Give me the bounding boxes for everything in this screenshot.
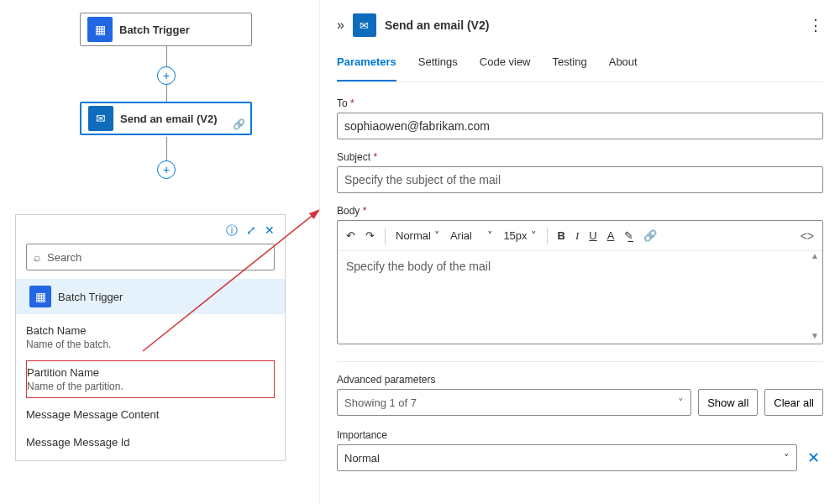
properties-panel: » ✉ Send an email (V2) ⋮ Parameters Sett… [319,0,840,504]
search-placeholder: Search [47,251,81,264]
body-editor: ↶ ↷ Normal ˅ Arial ˅ 15px ˅ B I U A ✎̲ 🔗… [337,220,823,344]
tab-settings[interactable]: Settings [418,55,458,81]
scroll-arrows: ▲▼ [811,251,819,340]
to-input[interactable] [337,113,823,139]
field-name: Message Message Content [26,408,275,421]
clear-all-button[interactable]: Clear all [764,389,823,416]
bold-icon[interactable]: B [558,229,565,242]
advanced-showing: Showing 1 of 7 [344,396,417,409]
popup-section-header: ▦ Batch Trigger [16,279,285,314]
subject-label: Subject * [337,151,823,163]
tabs: Parameters Settings Code view Testing Ab… [337,55,823,82]
field-partition-name[interactable]: Partition Name Name of the partition. [26,360,275,398]
redo-icon[interactable]: ↷ [365,229,375,242]
tab-about[interactable]: About [609,55,638,81]
section-title: Batch Trigger [58,291,123,303]
link-icon[interactable]: 🔗 [643,229,657,242]
more-icon[interactable]: ⋮ [808,16,823,34]
tab-parameters[interactable]: Parameters [337,55,396,81]
chevron-down-icon: ˅ [784,452,790,465]
advanced-label: Advanced parameters [337,374,823,386]
editor-toolbar: ↶ ↷ Normal ˅ Arial ˅ 15px ˅ B I U A ✎̲ 🔗… [338,221,822,251]
expand-icon[interactable]: ⤢ [246,223,256,239]
field-message-content[interactable]: Message Message Content [26,403,275,426]
node-send-email[interactable]: ✉ Send an email (V2) 🔗 [80,102,252,135]
field-desc: Name of the batch. [26,339,275,350]
dynamic-content-popup: ⓘ ⤢ ✕ ⌕ Search ▦ Batch Trigger Batch Nam… [15,214,286,461]
font-dropdown[interactable]: Arial ˅ [450,229,493,242]
panel-title: Send an email (V2) [385,18,489,32]
field-message-id[interactable]: Message Message Id [26,431,275,454]
batch-trigger-icon: ▦ [29,286,51,307]
close-icon[interactable]: ✕ [265,223,275,239]
size-dropdown[interactable]: 15px ˅ [503,229,536,242]
chevron-down-icon: ˅ [678,396,684,409]
body-label: Body * [337,205,823,217]
workflow-canvas: ▦ Batch Trigger + ✉ Send an email (V2) 🔗… [0,0,311,218]
remove-param-icon[interactable]: ✕ [804,449,823,467]
underline-icon[interactable]: U [589,229,596,242]
subject-input[interactable] [337,166,823,193]
style-dropdown[interactable]: Normal ˅ [396,229,440,242]
search-input[interactable]: ⌕ Search [26,244,275,270]
node-batch-trigger[interactable]: ▦ Batch Trigger [80,13,252,46]
importance-select[interactable]: Normal ˅ [337,444,797,471]
search-icon: ⌕ [34,250,40,264]
popup-actions: ⓘ ⤢ ✕ [26,223,275,239]
code-view-icon[interactable]: <> [801,229,814,243]
italic-icon[interactable]: I [575,229,579,243]
batch-trigger-icon: ▦ [87,17,113,42]
field-name: Message Message Id [26,436,275,449]
font-color-icon[interactable]: A [607,229,615,242]
show-all-button[interactable]: Show all [698,389,758,416]
divider [337,361,823,362]
highlight-icon[interactable]: ✎̲ [624,229,633,242]
tab-code-view[interactable]: Code view [480,55,531,81]
connector [166,85,167,102]
body-textarea[interactable]: Specify the body of the mail [338,251,822,344]
field-desc: Name of the partition. [27,381,274,392]
outlook-icon: ✉ [353,13,376,37]
tab-testing[interactable]: Testing [553,55,587,81]
node-label: Batch Trigger [119,24,190,36]
connector [166,46,167,66]
field-name: Partition Name [27,366,274,379]
field-batch-name[interactable]: Batch Name Name of the batch. [26,319,275,355]
info-icon[interactable]: ⓘ [226,223,238,239]
importance-row: Normal ˅ ✕ [337,444,823,471]
outlook-icon: ✉ [88,106,113,131]
advanced-select[interactable]: Showing 1 of 7 ˅ [337,389,691,416]
toolbar-separator [385,228,386,244]
undo-icon[interactable]: ↶ [346,229,355,242]
importance-label: Importance [337,429,823,441]
node-label: Send an email (V2) [120,113,218,125]
panel-header: » ✉ Send an email (V2) ⋮ [337,10,823,40]
field-name: Batch Name [26,324,275,337]
importance-value: Normal [344,452,380,465]
collapse-icon[interactable]: » [337,18,344,33]
connector [166,137,167,160]
to-label: To * [337,97,823,109]
link-icon: 🔗 [233,118,245,130]
add-step-button-1[interactable]: + [157,66,176,85]
toolbar-separator [547,228,548,244]
add-step-button-2[interactable]: + [157,160,176,179]
parameters-form: To * Subject * Body * ↶ ↷ Normal ˅ Arial… [337,97,823,471]
advanced-row: Showing 1 of 7 ˅ Show all Clear all [337,389,823,416]
